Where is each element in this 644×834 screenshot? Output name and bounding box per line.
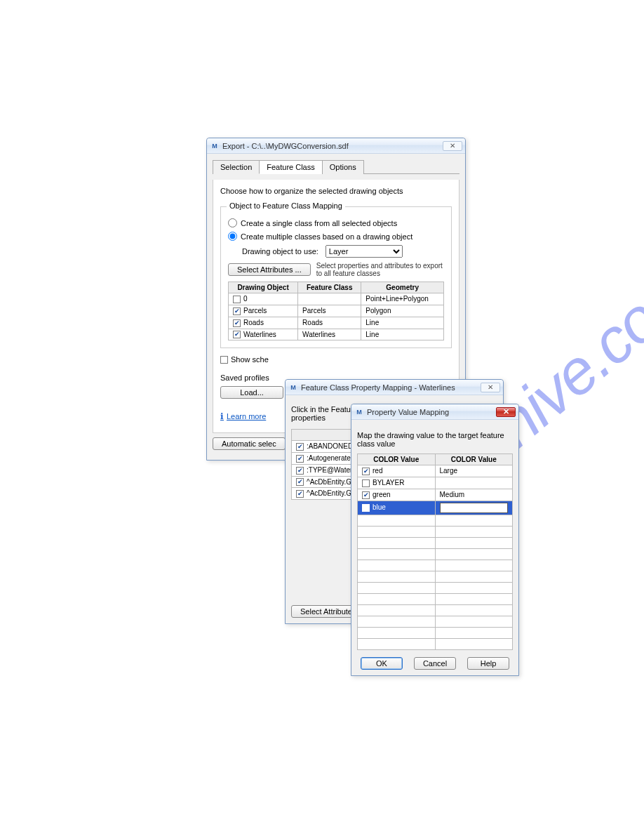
app-icon: M <box>210 141 220 151</box>
table-row <box>358 604 513 616</box>
row-checkbox[interactable] <box>233 319 241 327</box>
row-checkbox[interactable] <box>233 307 241 315</box>
table-row <box>358 526 513 537</box>
row-checkbox[interactable] <box>362 504 370 512</box>
value-input[interactable]: Small| <box>440 503 509 513</box>
col-geometry: Geometry <box>361 282 444 293</box>
cancel-button[interactable]: Cancel <box>414 657 456 670</box>
row-checkbox[interactable] <box>296 443 304 451</box>
row-checkbox[interactable] <box>296 490 304 498</box>
radio-multiple-label: Create multiple classes based on a drawi… <box>241 232 412 241</box>
pv-mapping-dialog: M Property Value Mapping ✕ Map the drawi… <box>351 404 519 676</box>
drawing-object-select[interactable]: Layer <box>326 245 403 258</box>
col-drawing-object: Drawing Object <box>229 282 298 293</box>
export-titlebar[interactable]: M Export - C:\..\MyDWGConversion.sdf ✕ <box>207 138 465 154</box>
close-icon[interactable]: ✕ <box>481 383 500 392</box>
table-row <box>358 571 513 582</box>
load-button[interactable]: Load... <box>220 386 283 399</box>
drawing-object-label: Drawing object to use: <box>242 247 318 256</box>
show-schema-checkbox[interactable] <box>220 356 228 364</box>
table-row <box>358 593 513 604</box>
table-row[interactable]: greenMedium <box>358 489 513 501</box>
radio-single-class[interactable] <box>228 218 237 227</box>
tab-options[interactable]: Options <box>322 160 364 174</box>
row-checkbox[interactable] <box>362 479 370 487</box>
table-row[interactable]: blueSmall| <box>358 501 513 515</box>
pv-col2: COLOR Value <box>435 454 513 465</box>
radio-multiple-classes[interactable] <box>228 232 237 241</box>
table-row[interactable]: WaterlinesWaterlinesLine <box>229 329 444 340</box>
fc-title: Feature Class Property Mapping - Waterli… <box>301 383 481 392</box>
show-schema-label: Show sche <box>231 355 269 364</box>
row-checkbox[interactable] <box>296 455 304 463</box>
export-intro: Choose how to organize the selected draw… <box>220 187 452 195</box>
close-icon[interactable]: ✕ <box>496 407 516 417</box>
table-row <box>358 582 513 593</box>
row-checkbox[interactable] <box>362 491 370 499</box>
table-row[interactable]: redLarge <box>358 465 513 477</box>
row-checkbox[interactable] <box>362 468 370 475</box>
table-row[interactable]: RoadsRoadsLine <box>229 317 444 329</box>
table-row <box>358 616 513 627</box>
fc-titlebar[interactable]: M Feature Class Property Mapping - Water… <box>286 380 503 395</box>
pv-titlebar[interactable]: M Property Value Mapping ✕ <box>351 404 518 420</box>
tab-feature-class[interactable]: Feature Class <box>259 160 322 174</box>
table-row <box>358 627 513 638</box>
mapping-table[interactable]: Drawing Object Feature Class Geometry 0P… <box>228 282 444 340</box>
app-icon: M <box>354 407 364 417</box>
pv-intro: Map the drawing value to the target feat… <box>357 431 513 448</box>
table-row[interactable]: BYLAYER <box>358 477 513 489</box>
table-row[interactable]: 0Point+Line+Polygon <box>229 293 444 305</box>
ok-button[interactable]: OK <box>361 657 403 670</box>
row-checkbox[interactable] <box>296 467 304 475</box>
learn-more-link[interactable]: Learn more <box>220 411 266 421</box>
row-checkbox[interactable] <box>233 296 241 303</box>
select-attributes-button[interactable]: Select Attributes ... <box>228 263 311 276</box>
close-icon[interactable]: ✕ <box>443 141 462 151</box>
table-row <box>358 560 513 571</box>
pv-title: Property Value Mapping <box>367 408 496 416</box>
row-checkbox[interactable] <box>296 478 304 486</box>
automatic-select-button[interactable]: Automatic selec <box>213 437 286 450</box>
export-tabs: Selection Feature Class Options <box>213 159 459 174</box>
saved-profiles-label: Saved profiles <box>220 373 269 382</box>
table-row <box>358 515 513 526</box>
table-row <box>358 638 513 649</box>
app-icon: M <box>288 383 298 392</box>
pv-table[interactable]: COLOR Value COLOR Value redLargeBYLAYERg… <box>357 454 513 650</box>
pv-col1: COLOR Value <box>358 454 436 465</box>
attrs-hint: Select properties and attributes to expo… <box>316 262 444 277</box>
table-row <box>358 548 513 560</box>
help-button[interactable]: Help <box>467 657 509 670</box>
tab-selection[interactable]: Selection <box>213 160 260 174</box>
row-checkbox[interactable] <box>233 331 241 338</box>
table-row <box>358 537 513 548</box>
col-feature-class: Feature Class <box>298 282 361 293</box>
table-row[interactable]: ParcelsParcelsPolygon <box>229 305 444 317</box>
mapping-group-label: Object to Feature Class Mapping <box>227 201 345 210</box>
export-title: Export - C:\..\MyDWGConversion.sdf <box>222 142 443 150</box>
radio-single-label: Create a single class from all selected … <box>241 219 397 227</box>
